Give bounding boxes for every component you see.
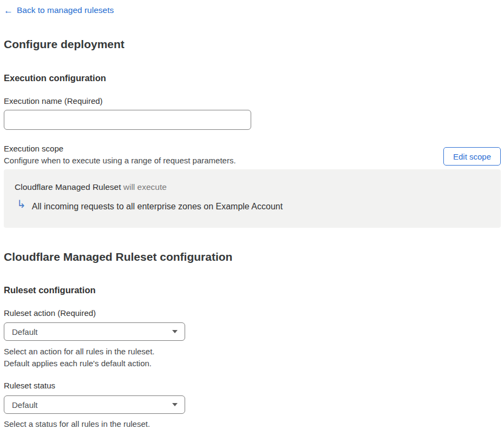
- page-title: Configure deployment: [4, 38, 125, 51]
- execution-name-label: Execution name (Required): [4, 96, 103, 105]
- ruleset-status-label: Ruleset status: [4, 381, 55, 390]
- scope-summary-line1: Cloudflare Managed Ruleset will execute: [15, 182, 167, 192]
- ruleset-action-help-line1: Select an action for all rules in the ru…: [4, 346, 154, 358]
- scope-ruleset-name: Cloudflare Managed Ruleset: [15, 182, 121, 192]
- ruleset-configuration-subheading: Ruleset configuration: [4, 285, 96, 295]
- scope-summary-line2: ↳ All incoming requests to all enterpris…: [17, 197, 283, 213]
- ruleset-action-selected-value: Default: [12, 327, 38, 336]
- back-arrow-icon: ←: [4, 6, 13, 15]
- chevron-down-icon: [172, 330, 178, 333]
- ruleset-action-label: Ruleset action (Required): [4, 308, 96, 318]
- ruleset-status-select[interactable]: Default: [4, 395, 185, 414]
- execution-name-input[interactable]: [4, 110, 251, 130]
- back-to-managed-rulesets-link[interactable]: ← Back to managed rulesets: [4, 5, 114, 15]
- ruleset-status-help-line1: Select a status for all rules in the rul…: [4, 418, 150, 429]
- configure-deployment-page: ← Back to managed rulesets Configure dep…: [0, 0, 504, 429]
- ruleset-action-help-line2: Default applies each rule's default acti…: [4, 358, 152, 369]
- execution-scope-block: Execution scope Configure when to execut…: [4, 143, 236, 167]
- execution-configuration-heading: Execution configuration: [4, 73, 106, 83]
- execution-scope-description: Configure when to execute using a range …: [4, 155, 236, 167]
- ruleset-status-selected-value: Default: [12, 400, 38, 410]
- ruleset-configuration-title: Cloudflare Managed Ruleset configuration: [4, 250, 232, 263]
- execution-scope-label: Execution scope: [4, 143, 236, 155]
- ruleset-action-select[interactable]: Default: [4, 322, 185, 341]
- scope-summary-text: All incoming requests to all enterprise …: [32, 197, 283, 213]
- hook-arrow-icon: ↳: [17, 199, 26, 209]
- chevron-down-icon: [172, 403, 178, 406]
- edit-scope-button[interactable]: Edit scope: [443, 147, 501, 166]
- scope-will-execute-text: will execute: [123, 182, 167, 192]
- scope-summary-box: Cloudflare Managed Ruleset will execute …: [4, 169, 501, 228]
- back-link-label: Back to managed rulesets: [17, 5, 114, 15]
